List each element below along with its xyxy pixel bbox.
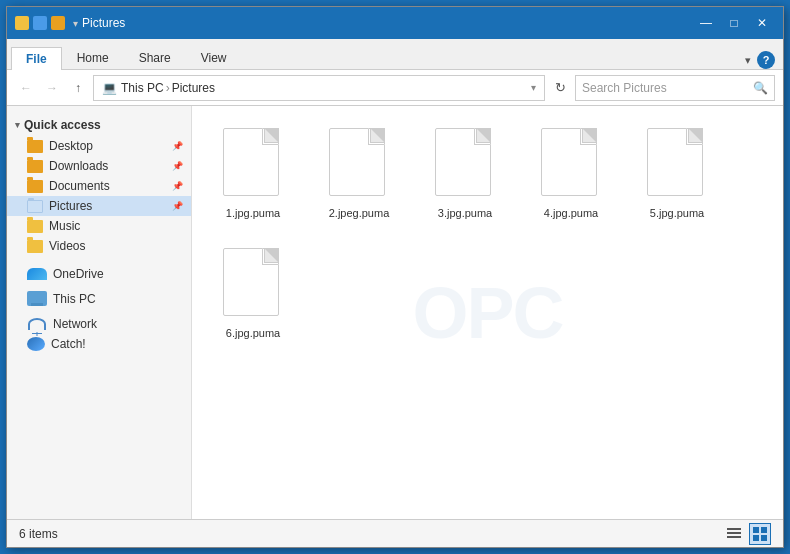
downloads-label: Downloads (49, 159, 108, 173)
file-fold-1 (370, 128, 385, 143)
file-fold-0 (264, 128, 279, 143)
view-buttons (723, 523, 771, 545)
svg-rect-4 (761, 527, 767, 533)
chevron-down-icon[interactable]: ▾ (745, 54, 751, 67)
onedrive-label: OneDrive (53, 267, 104, 281)
forward-button[interactable]: → (41, 77, 63, 99)
titlebar-buttons: — □ ✕ (693, 13, 775, 33)
search-input[interactable] (582, 81, 753, 95)
item-count: 6 items (19, 527, 58, 541)
quick-access-section[interactable]: ▾ Quick access (7, 114, 191, 136)
sidebar-item-videos[interactable]: Videos (7, 236, 191, 256)
ribbon-tabs: File Home Share View ▾ ? (7, 39, 783, 69)
pictures-label: Pictures (49, 199, 92, 213)
up-button[interactable]: ↑ (67, 77, 89, 99)
file-icon-1 (329, 128, 389, 200)
search-icon: 🔍 (753, 81, 768, 95)
file-item-3[interactable]: 4.jpg.puma (526, 122, 616, 226)
file-name-2: 3.jpg.puma (438, 206, 492, 220)
details-view-button[interactable] (723, 523, 745, 545)
pin-icon-4: 📌 (172, 201, 183, 211)
titlebar-arrow: ▾ (73, 18, 78, 29)
search-box[interactable]: 🔍 (575, 75, 775, 101)
onedrive-icon (27, 268, 47, 280)
svg-rect-1 (727, 532, 741, 534)
file-name-3: 4.jpg.puma (544, 206, 598, 220)
file-fold-3 (582, 128, 597, 143)
file-item-4[interactable]: 5.jpg.puma (632, 122, 722, 226)
sidebar-item-catch[interactable]: Catch! (7, 334, 191, 354)
documents-label: Documents (49, 179, 110, 193)
window-title: Pictures (82, 16, 693, 30)
file-explorer-window: ▾ Pictures — □ ✕ File Home Share View ▾ … (6, 6, 784, 548)
maximize-button[interactable]: □ (721, 13, 747, 33)
svg-rect-6 (761, 535, 767, 541)
desktop-label: Desktop (49, 139, 93, 153)
minimize-button[interactable]: — (693, 13, 719, 33)
file-icon-body-1 (329, 128, 385, 196)
downloads-folder-icon (27, 160, 43, 173)
file-item-5[interactable]: 6.jpg.puma (208, 242, 298, 346)
file-icon-4 (647, 128, 707, 200)
sidebar-item-documents[interactable]: Documents 📌 (7, 176, 191, 196)
file-fold-4 (688, 128, 703, 143)
svg-rect-5 (753, 535, 759, 541)
desktop-folder-icon (27, 140, 43, 153)
sidebar-item-onedrive[interactable]: OneDrive (7, 264, 191, 284)
file-icon-body-4 (647, 128, 703, 196)
path-thispc: This PC (121, 81, 164, 95)
content-area: OPC 1.jpg.puma 2.jpeg.puma 3. (192, 106, 783, 519)
file-name-4: 5.jpg.puma (650, 206, 704, 220)
file-icon-3 (541, 128, 601, 200)
thispc-label: This PC (53, 292, 96, 306)
quick-access-label: Quick access (24, 118, 101, 132)
sidebar-item-desktop[interactable]: Desktop 📌 (7, 136, 191, 156)
large-icons-view-button[interactable] (749, 523, 771, 545)
ribbon: File Home Share View ▾ ? (7, 39, 783, 70)
tab-home[interactable]: Home (62, 46, 124, 69)
titlebar-icons (15, 16, 65, 30)
help-button[interactable]: ? (757, 51, 775, 69)
save-icon (33, 16, 47, 30)
files-grid: 1.jpg.puma 2.jpeg.puma 3.jpg.puma 4.jp (208, 122, 767, 347)
quick-access-icon (15, 16, 29, 30)
file-icon-2 (435, 128, 495, 200)
path-separator: › (166, 81, 170, 95)
close-button[interactable]: ✕ (749, 13, 775, 33)
file-name-0: 1.jpg.puma (226, 206, 280, 220)
file-icon-0 (223, 128, 283, 200)
videos-folder-icon (27, 240, 43, 253)
videos-label: Videos (49, 239, 85, 253)
tab-share[interactable]: Share (124, 46, 186, 69)
svg-rect-2 (727, 536, 741, 538)
file-fold-5 (264, 248, 279, 263)
folder-titlebar-icon (51, 16, 65, 30)
refresh-button[interactable]: ↻ (549, 77, 571, 99)
sidebar-item-network[interactable]: Network (7, 313, 191, 334)
file-icon-body-0 (223, 128, 279, 196)
back-button[interactable]: ← (15, 77, 37, 99)
tab-file[interactable]: File (11, 47, 62, 70)
network-label: Network (53, 317, 97, 331)
documents-folder-icon (27, 180, 43, 193)
sidebar-item-music[interactable]: Music (7, 216, 191, 236)
file-item-2[interactable]: 3.jpg.puma (420, 122, 510, 226)
file-fold-2 (476, 128, 491, 143)
file-item-0[interactable]: 1.jpg.puma (208, 122, 298, 226)
sidebar: ▾ Quick access Desktop 📌 Downloads 📌 Doc… (7, 106, 192, 519)
address-path[interactable]: 💻 This PC › Pictures ▾ (93, 75, 545, 101)
main-area: ▾ Quick access Desktop 📌 Downloads 📌 Doc… (7, 106, 783, 519)
file-icon-body-2 (435, 128, 491, 196)
tab-view[interactable]: View (186, 46, 242, 69)
path-pictures: Pictures (172, 81, 215, 95)
sidebar-item-pictures[interactable]: Pictures 📌 (7, 196, 191, 216)
file-item-1[interactable]: 2.jpeg.puma (314, 122, 404, 226)
thispc-icon (27, 291, 47, 306)
pin-icon-2: 📌 (172, 161, 183, 171)
addressbar: ← → ↑ 💻 This PC › Pictures ▾ ↻ 🔍 (7, 70, 783, 106)
sidebar-item-thispc[interactable]: This PC (7, 288, 191, 309)
sidebar-item-downloads[interactable]: Downloads 📌 (7, 156, 191, 176)
path-dropdown-arrow[interactable]: ▾ (531, 82, 536, 93)
statusbar: 6 items (7, 519, 783, 547)
file-name-5: 6.jpg.puma (226, 326, 280, 340)
